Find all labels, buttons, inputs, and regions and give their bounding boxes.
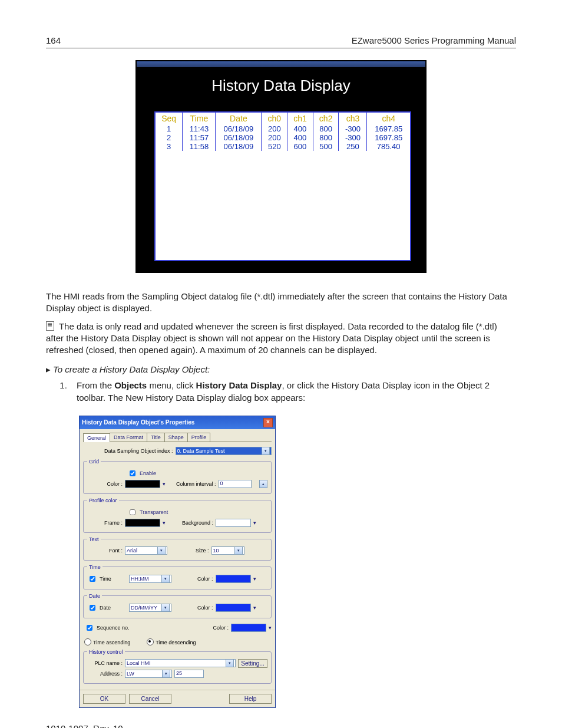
plc-name-select[interactable]: Local HMI▾: [125, 659, 236, 667]
profile-color-fieldset: Profile color Transparent Frame : ▾ Back…: [83, 498, 272, 533]
grid-fieldset: Grid Enable Color : ▾ Column interval : …: [83, 459, 272, 494]
paragraph-note: The data is only read and updated whenev…: [46, 321, 516, 357]
table-row: 211:5706/18/09200400800-3001697.85: [156, 133, 410, 142]
tab-title[interactable]: Title: [147, 433, 165, 442]
background-color-swatch[interactable]: [216, 519, 251, 527]
dsoi-select[interactable]: 0. Data Sample Test▾: [176, 447, 272, 455]
tab-data-format[interactable]: Data Format: [110, 433, 147, 442]
grid-enable-checkbox[interactable]: [130, 470, 135, 476]
note-icon: [46, 321, 54, 331]
sequence-checkbox[interactable]: [87, 625, 92, 631]
tab-shape[interactable]: Shape: [164, 433, 188, 442]
chevron-down-icon[interactable]: ▾: [163, 520, 166, 526]
time-format-select[interactable]: HH:MM▾: [129, 575, 171, 583]
help-button[interactable]: Help: [229, 694, 272, 704]
frame-color-swatch[interactable]: [125, 519, 160, 527]
column-interval-input[interactable]: 0: [219, 480, 252, 488]
font-select[interactable]: Arial▾: [125, 546, 167, 555]
chevron-down-icon: ▾: [157, 546, 166, 555]
cancel-button[interactable]: Cancel: [129, 694, 171, 704]
column-header: ch0: [262, 113, 287, 124]
chevron-down-icon: ▾: [161, 575, 170, 583]
chevron-down-icon: ▾: [226, 659, 234, 667]
chevron-down-icon[interactable]: ▾: [253, 576, 256, 582]
text-fieldset: Text Font : Arial▾ Size : 10▾: [83, 536, 272, 561]
hmi-history-table: SeqTimeDatech0ch1ch2ch3ch4 111:4306/18/0…: [154, 111, 411, 261]
column-header: ch3: [339, 113, 367, 124]
column-header: ch1: [287, 113, 313, 124]
manual-title: EZware5000 Series Programming Manual: [352, 35, 516, 45]
procedure-heading: To create a History Data Display Object:: [46, 364, 516, 375]
dialog-titlebar: History Data Display Object's Properties…: [80, 416, 275, 429]
grid-color-swatch[interactable]: [125, 480, 160, 488]
setting-button[interactable]: Setting...: [238, 659, 267, 668]
chevron-down-icon: ▾: [234, 546, 243, 555]
ok-button[interactable]: OK: [83, 694, 125, 704]
page-header: 164 EZware5000 Series Programming Manual: [46, 35, 516, 48]
chevron-down-icon[interactable]: ▾: [253, 605, 256, 611]
column-header: Date: [216, 113, 262, 124]
table-row: 311:5806/18/09520600500250785.40: [156, 142, 410, 151]
tab-general[interactable]: General: [83, 433, 110, 442]
chevron-down-icon: ▾: [262, 447, 270, 455]
properties-dialog: History Data Display Object's Properties…: [79, 416, 276, 708]
time-checkbox[interactable]: [90, 576, 95, 582]
column-header: ch4: [367, 113, 410, 124]
transparent-checkbox[interactable]: [130, 509, 135, 515]
column-header: Time: [183, 113, 216, 124]
hmi-window-bar: [137, 61, 425, 67]
paragraph-1: The HMI reads from the Sampling Object d…: [46, 291, 516, 315]
date-format-select[interactable]: DD/MM/YY▾: [129, 604, 171, 612]
doc-footer: 1010-1007, Rev. 10: [46, 723, 516, 728]
size-select[interactable]: 10▾: [211, 546, 244, 555]
address-type-select[interactable]: LW▾: [125, 670, 172, 678]
table-row: 111:4306/18/09200400800-3001697.85: [156, 124, 410, 133]
chevron-down-icon: ▾: [162, 670, 170, 678]
hmi-title: History Data Display: [137, 67, 425, 111]
dialog-tabs: General Data Format Title Shape Profile: [83, 433, 272, 442]
date-color-swatch[interactable]: [216, 604, 251, 612]
hmi-screenshot: History Data Display SeqTimeDatech0ch1ch…: [135, 60, 427, 273]
dsoi-label: Data Sampling Object index :: [104, 448, 173, 454]
date-checkbox[interactable]: [90, 605, 95, 611]
history-control-fieldset: History control PLC name : Local HMI▾ Se…: [83, 649, 272, 684]
address-value-input[interactable]: 25: [174, 670, 204, 678]
tab-profile[interactable]: Profile: [187, 433, 211, 442]
column-header: ch2: [313, 113, 339, 124]
column-header: Seq: [156, 113, 183, 124]
page-number: 164: [46, 35, 61, 45]
chevron-down-icon[interactable]: ▾: [253, 520, 256, 526]
chevron-down-icon[interactable]: ▾: [269, 625, 272, 631]
time-descending-radio[interactable]: Time descending: [147, 638, 196, 645]
step-1: From the Objects menu, click History Dat…: [70, 380, 516, 404]
spinner-icon[interactable]: ▴: [259, 480, 267, 488]
close-icon[interactable]: ×: [263, 418, 273, 427]
chevron-down-icon: ▾: [161, 604, 170, 612]
time-color-swatch[interactable]: [216, 575, 251, 583]
chevron-down-icon[interactable]: ▾: [163, 481, 166, 487]
time-fieldset: Time Time HH:MM▾ Color : ▾: [83, 564, 272, 589]
time-ascending-radio[interactable]: Time ascending: [84, 638, 130, 645]
sequence-color-swatch[interactable]: [231, 624, 266, 632]
date-fieldset: Date Date DD/MM/YY▾ Color : ▾: [83, 593, 272, 618]
